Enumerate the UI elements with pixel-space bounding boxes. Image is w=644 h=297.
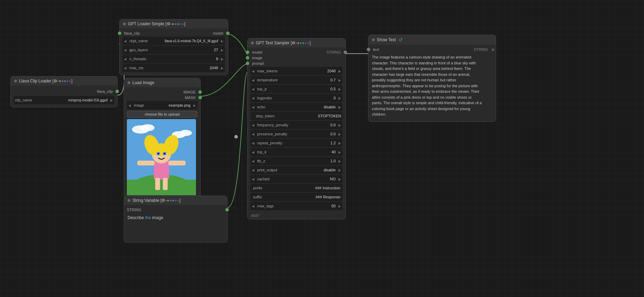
- pres-penalty-label: presence_penalty: [256, 132, 329, 136]
- print-output-param: ◀ print_output disable ▶: [250, 166, 343, 174]
- top-k-arrow-left[interactable]: ◀: [250, 150, 256, 154]
- print-output-arrow-right[interactable]: ▶: [337, 168, 343, 172]
- top-k-param: ◀ top_k 40 ▶: [250, 148, 343, 156]
- freq-penalty-arrow-left[interactable]: ◀: [250, 123, 256, 127]
- pres-penalty-arrow-left[interactable]: ◀: [250, 132, 256, 136]
- gpu-layers-arrow-left[interactable]: ◀: [122, 48, 128, 52]
- refresh-icon[interactable]: ↺: [399, 37, 403, 43]
- gpu-layers-label: gpu_layers: [128, 48, 213, 52]
- freq-penalty-arrow-right[interactable]: ▶: [337, 123, 343, 127]
- ckpt-arrow-right[interactable]: ▶: [220, 39, 225, 43]
- top-p-arrow-left[interactable]: ◀: [250, 87, 256, 91]
- top-p-arrow-right[interactable]: ▶: [337, 87, 343, 91]
- max-tokens-param: ◀ max_tokens 2048 ▶: [250, 67, 343, 75]
- string-variable-body: STRING Describe the image: [124, 205, 227, 242]
- temperature-param: ◀ temperature 0.7 ▶: [250, 76, 343, 84]
- string-text-highlight: the: [145, 215, 151, 220]
- model-output-port[interactable]: [226, 32, 230, 35]
- stop-token-param: stop_token STOPTOKEN: [250, 112, 343, 120]
- repeat-penalty-value: 1.2: [329, 141, 337, 145]
- tfs-z-arrow-left[interactable]: ◀: [250, 159, 256, 163]
- max-ctx-arrow-right[interactable]: ▶: [220, 66, 225, 70]
- sampler-image-input-label: image: [249, 56, 345, 60]
- presence-penalty-param: ◀ presence_penalty 0.0 ▶: [250, 130, 343, 138]
- svg-point-0: [234, 135, 238, 138]
- ckpt-name-param: ◀ ckpt_name llava-v1.6-mistral-7b.Q4_K_M…: [122, 37, 225, 45]
- cached-param: ◀ cached NO ▶: [250, 175, 343, 183]
- repeat-penalty-arrow-left[interactable]: ◀: [250, 141, 256, 145]
- top-k-label: top_k: [256, 150, 330, 154]
- cached-arrow-right[interactable]: ▶: [337, 177, 343, 181]
- mask-output-port[interactable]: [198, 96, 202, 99]
- upload-button[interactable]: choose file to upload: [127, 111, 197, 118]
- echo-arrow-right[interactable]: ▶: [337, 105, 343, 109]
- llava-clip-output-port[interactable]: [115, 90, 119, 93]
- repeat-penalty-label: repeat_penalty: [256, 141, 329, 145]
- stop-token-label: stop_token: [250, 114, 317, 118]
- sampler-model-input-port[interactable]: [246, 51, 249, 54]
- gpt-text-sampler-header: GPT Text Sampler [⚙-●●●●●]: [248, 38, 345, 47]
- logprobs-arrow-right[interactable]: ▶: [337, 96, 343, 100]
- repeat-penalty-arrow-right[interactable]: ▶: [337, 141, 343, 145]
- show-text-string-out-label: STRING: [471, 47, 491, 52]
- image-output-port[interactable]: [198, 90, 202, 94]
- print-output-arrow-left[interactable]: ◀: [250, 168, 256, 172]
- temperature-arrow-left[interactable]: ◀: [250, 78, 256, 82]
- echo-param: ◀ echo disable ▶: [250, 103, 343, 111]
- max-tags-arrow-left[interactable]: ◀: [250, 204, 256, 208]
- tfs-z-arrow-right[interactable]: ▶: [337, 159, 343, 163]
- svg-rect-8: [154, 161, 169, 180]
- logprobs-label: logprobs: [256, 96, 332, 100]
- string-content-area: Describe the image: [124, 213, 227, 240]
- string-variable-title: String Variable [⚙-●●●●●]: [132, 198, 180, 203]
- clip-name-value: mmproj-model-f16.gguf: [67, 98, 109, 102]
- llava-clip-loader-title: Llava Clip Loader [⚙-●●●●●]: [19, 79, 73, 83]
- string-text-after: image: [151, 215, 163, 220]
- image-arrow-right[interactable]: ▶: [192, 104, 197, 107]
- sampler-prompt-input-port[interactable]: [246, 62, 249, 65]
- sampler-model-input-label: model: [249, 50, 265, 54]
- ckpt-arrow-left[interactable]: ◀: [122, 39, 128, 43]
- string-variable-status-dot: [128, 199, 130, 202]
- gpt-loader-status-dot: [123, 22, 126, 25]
- max-tags-arrow-right[interactable]: ▶: [337, 204, 343, 208]
- image-arrow-left[interactable]: ◀: [127, 104, 132, 107]
- clip-name-arrow-right[interactable]: ▶: [109, 98, 114, 102]
- tfs-z-value: 1.0: [329, 159, 337, 163]
- cached-arrow-left[interactable]: ◀: [250, 177, 256, 181]
- logprobs-arrow-left[interactable]: ◀: [250, 96, 256, 100]
- llava-clip-output-row: llava_clip: [11, 88, 117, 95]
- llava-clip-input-port[interactable]: [118, 32, 121, 35]
- max-tokens-value: 2048: [326, 69, 337, 73]
- gpu-layers-arrow-right[interactable]: ▶: [220, 48, 225, 52]
- tfs-z-label: tfs_z: [256, 159, 329, 163]
- string-output-port[interactable]: [225, 208, 229, 212]
- n-threads-arrow-right[interactable]: ▶: [220, 57, 225, 61]
- echo-arrow-left[interactable]: ◀: [250, 105, 256, 109]
- llava-clip-output-label: llava_clip: [11, 89, 115, 93]
- image-param: ◀ image example.png ▶: [127, 101, 197, 109]
- image-param-value: example.png: [167, 103, 192, 107]
- max-tokens-arrow-left[interactable]: ◀: [250, 69, 256, 73]
- max-ctx-arrow-left[interactable]: ◀: [122, 66, 128, 70]
- cached-label: cached: [256, 177, 329, 181]
- show-text-content: The image features a cartoon-style drawi…: [368, 52, 486, 119]
- sampler-prompt-input-label: prompt: [249, 61, 345, 65]
- freq-penalty-label: frequency_penalty: [256, 123, 329, 127]
- load-image-status-dot: [128, 81, 130, 84]
- suffix-label: suffix: [250, 195, 314, 199]
- pres-penalty-arrow-right[interactable]: ▶: [337, 132, 343, 136]
- top-k-arrow-right[interactable]: ▶: [337, 150, 343, 154]
- show-text-input-port[interactable]: [367, 48, 370, 51]
- sampler-string-output-port[interactable]: [344, 51, 347, 54]
- logprobs-param: ◀ logprobs 0 ▶: [250, 94, 343, 102]
- max-tags-param: ◀ max_tags 50 ▶: [250, 202, 343, 210]
- logprobs-value: 0: [332, 96, 337, 100]
- n-threads-arrow-left[interactable]: ◀: [122, 57, 128, 61]
- temperature-arrow-right[interactable]: ▶: [337, 78, 343, 82]
- max-tokens-arrow-right[interactable]: ▶: [337, 69, 343, 73]
- svg-point-3: [141, 124, 155, 131]
- max-tags-label: max_tags: [256, 204, 330, 208]
- sampler-image-input-port[interactable]: [246, 56, 249, 60]
- svg-rect-12: [168, 161, 186, 165]
